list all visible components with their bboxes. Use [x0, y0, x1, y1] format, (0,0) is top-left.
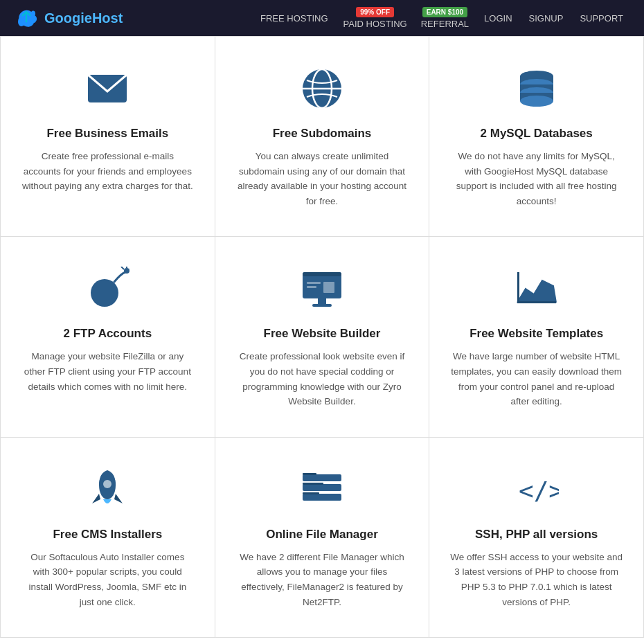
- nav-free-hosting[interactable]: FREE HOSTING: [253, 9, 335, 28]
- feature-title-mysql: 2 MySQL Databases: [481, 127, 593, 141]
- svg-rect-33: [303, 492, 319, 494]
- feature-desc-templates: We have large number of website HTML tem…: [450, 349, 623, 409]
- nav-links: FREE HOSTING 99% OFF PAID HOSTING EARN $…: [253, 4, 630, 32]
- feature-desc-subdomains: You can always create unlimited subdomai…: [236, 149, 409, 208]
- feature-title-cms: Free CMS Installers: [53, 528, 162, 542]
- feature-card-ssh: </> SSH, PHP all versions We offer SSH a…: [429, 438, 644, 638]
- svg-rect-19: [312, 304, 332, 307]
- feature-desc-ssh: We offer SSH access to your website and …: [450, 550, 623, 609]
- ftp-icon: [83, 265, 132, 313]
- feature-card-filemanager: Online File Manager We have 2 different …: [215, 438, 430, 638]
- subdomains-icon: [298, 64, 346, 113]
- ssh-icon: </>: [512, 465, 561, 514]
- templates-icon: [512, 265, 561, 313]
- feature-title-ftp: 2 FTP Accounts: [64, 327, 152, 341]
- feature-title-builder: Free Website Builder: [264, 327, 381, 341]
- feature-card-builder: Free Website Builder Create professional…: [215, 237, 430, 437]
- svg-rect-30: [303, 494, 341, 501]
- feature-title-email: Free Business Emails: [46, 127, 168, 141]
- nav-support[interactable]: SUPPORT: [573, 9, 630, 28]
- nav-paid-hosting[interactable]: 99% OFF PAID HOSTING: [338, 4, 413, 32]
- nav-signup[interactable]: SIGNUP: [522, 9, 571, 28]
- nav-paid-hosting-label: PAID HOSTING: [343, 19, 407, 29]
- feature-title-templates: Free Website Templates: [469, 327, 603, 341]
- cms-icon: [83, 465, 132, 514]
- feature-desc-filemanager: We have 2 different File Manager which a…: [236, 550, 409, 609]
- svg-rect-32: [303, 483, 323, 485]
- feature-title-subdomains: Free Subdomains: [273, 127, 372, 141]
- svg-point-27: [103, 480, 111, 488]
- referral-badge: EARN $100: [422, 7, 467, 17]
- feature-desc-ftp: Manage your website FileZilla or any oth…: [21, 349, 194, 394]
- feature-title-ssh: SSH, PHP all versions: [475, 528, 598, 542]
- feature-title-filemanager: Online File Manager: [266, 528, 378, 542]
- feature-card-ftp: 2 FTP Accounts Manage your website FileZ…: [1, 237, 215, 437]
- svg-rect-24: [517, 301, 556, 303]
- logo-part2: Host: [92, 10, 123, 26]
- svg-point-12: [124, 268, 129, 274]
- features-grid: Free Business Emails Create free profess…: [0, 36, 644, 638]
- paid-hosting-badge: 99% OFF: [356, 7, 394, 17]
- svg-rect-31: [303, 473, 316, 475]
- svg-rect-25: [517, 272, 519, 303]
- feature-card-templates: Free Website Templates We have large num…: [429, 237, 644, 437]
- svg-point-11: [91, 279, 118, 307]
- svg-text:</>: </>: [519, 476, 559, 505]
- nav-referral[interactable]: EARN $100 REFERRAL: [415, 4, 474, 32]
- svg-line-13: [121, 267, 124, 269]
- feature-desc-cms: Our Softaculous Auto Installer comes wit…: [21, 550, 194, 609]
- svg-rect-17: [303, 272, 341, 276]
- nav-login[interactable]: LOGIN: [477, 9, 519, 28]
- feature-card-subdomains: Free Subdomains You can always create un…: [215, 37, 430, 237]
- filemanager-icon: [298, 465, 346, 514]
- svg-rect-29: [303, 484, 341, 491]
- logo-part1: Googie: [44, 10, 92, 26]
- feature-card-mysql: 2 MySQL Databases We do not have any lim…: [429, 37, 644, 237]
- svg-rect-20: [307, 282, 321, 284]
- mysql-icon: [512, 64, 561, 113]
- nav-referral-label: REFERRAL: [421, 19, 469, 29]
- feature-card-cms: Free CMS Installers Our Softaculous Auto…: [1, 438, 215, 638]
- navbar: GoogieHost FREE HOSTING 99% OFF PAID HOS…: [0, 0, 644, 36]
- svg-rect-21: [307, 286, 316, 288]
- builder-icon: [298, 265, 346, 313]
- svg-rect-22: [323, 282, 334, 293]
- svg-point-10: [520, 96, 553, 107]
- feature-card-email: Free Business Emails Create free profess…: [1, 37, 215, 237]
- feature-desc-email: Create free professional e-mails account…: [21, 149, 194, 194]
- feature-desc-builder: Create professional look website even if…: [236, 349, 409, 409]
- feature-desc-mysql: We do not have any limits for MySQL, wit…: [450, 149, 623, 208]
- email-icon: [83, 64, 132, 113]
- logo[interactable]: GoogieHost: [14, 6, 123, 30]
- svg-rect-28: [303, 474, 341, 481]
